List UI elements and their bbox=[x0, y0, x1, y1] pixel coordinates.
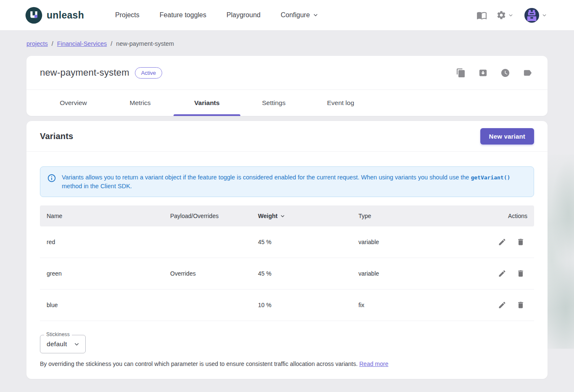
copy-icon bbox=[456, 68, 466, 78]
variant-row-red: red 45 % variable bbox=[40, 226, 534, 258]
stickiness-description: By overriding the stickiness you can con… bbox=[40, 360, 534, 367]
breadcrumb-separator: / bbox=[111, 40, 112, 47]
code-snippet: getVariant() bbox=[471, 174, 510, 181]
variant-payload: Overrides bbox=[170, 270, 258, 277]
archive-icon bbox=[478, 68, 488, 78]
variant-type: variable bbox=[358, 239, 462, 245]
breadcrumb-current: new-payment-system bbox=[116, 40, 174, 47]
avatar bbox=[524, 8, 539, 23]
documentation-button[interactable] bbox=[475, 8, 489, 22]
info-icon bbox=[47, 174, 56, 190]
delete-variant-button[interactable] bbox=[514, 298, 527, 312]
edit-variant-button[interactable] bbox=[495, 267, 509, 280]
active-tab-indicator bbox=[174, 114, 240, 116]
breadcrumb-separator: / bbox=[52, 40, 53, 47]
stickiness-value: default bbox=[47, 340, 67, 348]
history-feature-button[interactable] bbox=[500, 67, 511, 79]
pencil-icon bbox=[498, 238, 506, 246]
feature-tabs: Overview Metrics Variants Settings Event… bbox=[26, 90, 548, 116]
nav-item-feature-toggles[interactable]: Feature toggles bbox=[160, 11, 206, 19]
chevron-down-icon bbox=[313, 12, 319, 18]
pencil-icon bbox=[498, 301, 506, 309]
variant-name: green bbox=[47, 270, 170, 277]
variant-type: fix bbox=[358, 302, 462, 308]
stickiness-label: Stickiness bbox=[44, 331, 72, 337]
archive-feature-button[interactable] bbox=[477, 67, 489, 79]
chevron-down-icon bbox=[542, 13, 547, 18]
breadcrumb: projects / Financial-Services / new-paym… bbox=[26, 40, 548, 47]
column-header-type[interactable]: Type bbox=[358, 213, 462, 219]
variant-type: variable bbox=[358, 270, 462, 277]
variants-card: Variants New variant Variants allows you… bbox=[26, 121, 548, 379]
tag-feature-button[interactable] bbox=[522, 67, 533, 79]
chevron-down-icon bbox=[74, 341, 80, 347]
top-navigation: unleash Projects Feature toggles Playgro… bbox=[0, 0, 574, 31]
alert-text: Variants allows you to return a variant … bbox=[62, 173, 526, 190]
page-content: projects / Financial-Services / new-paym… bbox=[0, 40, 574, 379]
trash-icon bbox=[516, 269, 525, 278]
copy-feature-button[interactable] bbox=[455, 67, 466, 79]
edit-variant-button[interactable] bbox=[495, 235, 509, 249]
chevron-down-icon bbox=[508, 13, 513, 18]
nav-item-projects[interactable]: Projects bbox=[115, 11, 140, 19]
clock-icon bbox=[500, 68, 510, 78]
pencil-icon bbox=[498, 269, 506, 278]
new-variant-button[interactable]: New variant bbox=[480, 128, 534, 145]
nav-item-configure[interactable]: Configure bbox=[281, 11, 319, 19]
book-icon bbox=[477, 10, 487, 21]
delete-variant-button[interactable] bbox=[514, 267, 527, 280]
user-menu-button[interactable] bbox=[521, 8, 547, 23]
feature-header-card: new-payment-system Active bbox=[26, 56, 548, 116]
stickiness-select[interactable]: default bbox=[40, 335, 86, 353]
variant-weight: 45 % bbox=[258, 239, 358, 245]
column-header-payload[interactable]: Payload/Overrides bbox=[170, 213, 258, 219]
variant-name: red bbox=[47, 239, 170, 245]
breadcrumb-project-link[interactable]: Financial-Services bbox=[57, 40, 107, 47]
unleash-logo[interactable]: unleash bbox=[25, 7, 84, 24]
delete-variant-button[interactable] bbox=[514, 235, 527, 249]
column-header-weight[interactable]: Weight bbox=[258, 213, 358, 219]
table-header-row: Name Payload/Overrides Weight Type Actio… bbox=[40, 205, 534, 226]
brand-name: unleash bbox=[47, 10, 84, 21]
variant-row-green: green Overrides 45 % variable bbox=[40, 258, 534, 289]
variant-row-blue: blue 10 % fix bbox=[40, 289, 534, 321]
tab-metrics[interactable]: Metrics bbox=[107, 90, 174, 116]
nav-item-playground[interactable]: Playground bbox=[226, 11, 261, 19]
status-badge: Active bbox=[135, 67, 162, 79]
sort-chevron-down-icon bbox=[280, 213, 285, 219]
read-more-link[interactable]: Read more bbox=[359, 360, 388, 367]
variant-weight: 45 % bbox=[258, 270, 358, 277]
tab-event-log[interactable]: Event log bbox=[307, 90, 374, 116]
tab-variants[interactable]: Variants bbox=[174, 90, 240, 116]
tag-icon bbox=[523, 68, 532, 78]
trash-icon bbox=[516, 301, 525, 309]
column-header-actions: Actions bbox=[462, 213, 527, 219]
tab-overview[interactable]: Overview bbox=[40, 90, 107, 116]
variants-info-alert: Variants allows you to return a variant … bbox=[40, 166, 534, 197]
breadcrumb-projects-link[interactable]: projects bbox=[26, 40, 48, 47]
column-header-name[interactable]: Name bbox=[47, 213, 170, 219]
edit-variant-button[interactable] bbox=[495, 298, 509, 312]
variants-section-title: Variants bbox=[40, 132, 73, 141]
gear-icon bbox=[496, 10, 506, 20]
main-nav: Projects Feature toggles Playground Conf… bbox=[115, 11, 319, 19]
variant-name: blue bbox=[47, 302, 170, 308]
feature-title: new-payment-system bbox=[40, 67, 129, 78]
trash-icon bbox=[516, 238, 525, 246]
variant-weight: 10 % bbox=[258, 302, 358, 308]
variants-table: Name Payload/Overrides Weight Type Actio… bbox=[40, 205, 534, 321]
settings-menu-button[interactable] bbox=[495, 8, 515, 22]
unleash-logo-icon bbox=[25, 7, 42, 24]
tab-settings[interactable]: Settings bbox=[240, 90, 307, 116]
